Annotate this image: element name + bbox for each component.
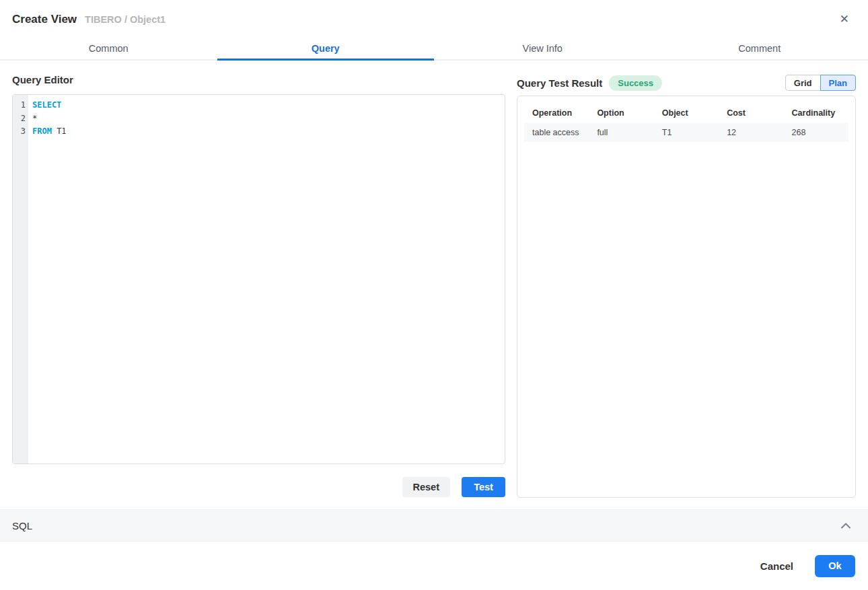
tab-query[interactable]: Query xyxy=(217,38,435,59)
cell-operation: table access xyxy=(524,123,589,142)
main-content: Query Editor 1 2 3 SELECT * FROM T1 Rese… xyxy=(0,61,868,498)
sql-collapsible-bar[interactable]: SQL xyxy=(0,509,868,542)
column-header-object: Object xyxy=(654,103,719,123)
breadcrumb: TIBERO / Object1 xyxy=(85,14,166,25)
table-row[interactable]: table access full T1 12 268 xyxy=(524,123,848,142)
code-area[interactable]: SELECT * FROM T1 xyxy=(28,95,505,464)
editor-actions: Reset Test xyxy=(12,477,505,497)
page-title: Create View xyxy=(12,13,77,26)
sql-text: T1 xyxy=(52,126,67,136)
grid-toggle-button[interactable]: Grid xyxy=(785,75,821,91)
sql-code-editor[interactable]: 1 2 3 SELECT * FROM T1 xyxy=(12,94,505,464)
close-icon[interactable]: ✕ xyxy=(837,11,852,28)
dialog-header: Create View TIBERO / Object1 ✕ xyxy=(0,0,868,38)
status-badge: Success xyxy=(609,75,662,91)
cell-object: T1 xyxy=(654,123,719,142)
query-editor-label: Query Editor xyxy=(12,74,505,85)
chevron-up-icon[interactable] xyxy=(841,523,851,529)
tab-comment[interactable]: Comment xyxy=(651,38,868,59)
sql-keyword: FROM xyxy=(32,126,52,136)
query-editor-section: Query Editor 1 2 3 SELECT * FROM T1 Rese… xyxy=(12,61,505,498)
query-test-result-label: Query Test Result xyxy=(517,77,602,89)
sql-section-label: SQL xyxy=(12,520,32,531)
tab-view-info[interactable]: View Info xyxy=(434,38,651,59)
test-button[interactable]: Test xyxy=(462,477,505,497)
ok-button[interactable]: Ok xyxy=(815,555,855,577)
dialog-footer: Cancel Ok xyxy=(0,542,868,590)
cancel-button[interactable]: Cancel xyxy=(760,560,793,572)
result-header: Query Test Result Success Grid Plan xyxy=(517,74,856,91)
code-line-2: * xyxy=(32,112,499,126)
line-number-gutter: 1 2 3 xyxy=(13,95,28,464)
plan-toggle-button[interactable]: Plan xyxy=(820,75,856,91)
column-header-cardinality: Cardinality xyxy=(784,103,848,123)
reset-button[interactable]: Reset xyxy=(402,477,451,497)
tab-common[interactable]: Common xyxy=(0,38,217,59)
tab-bar: Common Query View Info Comment xyxy=(0,38,868,61)
column-header-option: Option xyxy=(589,103,653,123)
cell-cardinality: 268 xyxy=(784,123,848,142)
sql-keyword: SELECT xyxy=(32,100,61,110)
column-header-operation: Operation xyxy=(524,103,589,123)
line-number: 3 xyxy=(13,125,26,139)
plan-table: Operation Option Object Cost Cardinality… xyxy=(524,103,848,142)
line-number: 2 xyxy=(13,112,26,126)
sql-text: * xyxy=(32,114,37,123)
column-header-cost: Cost xyxy=(719,103,783,123)
plan-table-header-row: Operation Option Object Cost Cardinality xyxy=(524,103,848,123)
cell-option: full xyxy=(589,123,653,142)
cell-cost: 12 xyxy=(719,123,783,142)
code-line-1: SELECT xyxy=(32,99,499,112)
result-view-toggle: Grid Plan xyxy=(785,75,856,91)
query-test-result-section: Query Test Result Success Grid Plan Oper… xyxy=(517,61,856,498)
line-number: 1 xyxy=(13,99,26,112)
code-line-3: FROM T1 xyxy=(32,125,499,139)
create-view-dialog: Create View TIBERO / Object1 ✕ Common Qu… xyxy=(0,0,868,590)
plan-result-panel: Operation Option Object Cost Cardinality… xyxy=(517,96,856,498)
